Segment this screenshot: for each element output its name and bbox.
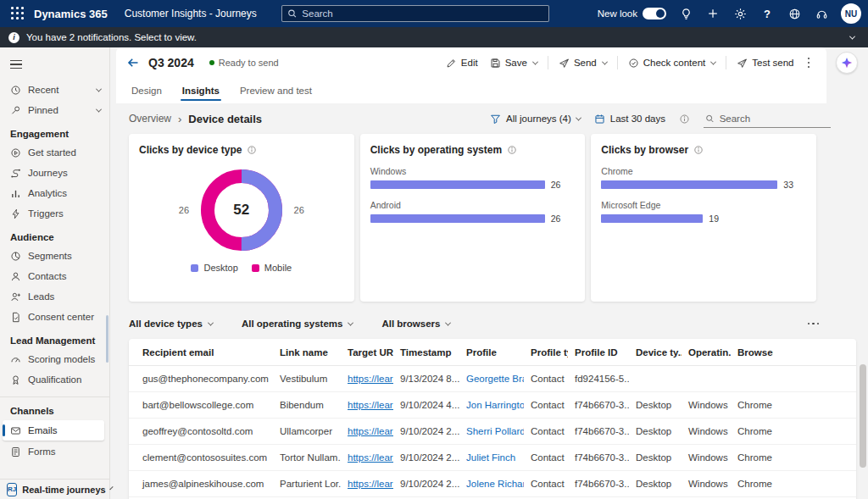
info-icon[interactable] <box>693 145 704 155</box>
new-look-toggle[interactable] <box>643 8 666 19</box>
collapse-sitemap-button[interactable] <box>7 54 32 75</box>
sidebar-item-qualification[interactable]: Qualification <box>0 369 109 390</box>
column-header-operating-system[interactable]: Operatin... <box>682 339 731 366</box>
target-url-link[interactable]: https://lear... <box>341 392 393 419</box>
sidebar-item-consent-center[interactable]: Consent center <box>0 307 109 327</box>
column-header-link-name[interactable]: Link name <box>273 339 341 366</box>
target-url-link[interactable]: https://lear... <box>341 445 393 471</box>
notification-bar[interactable]: i You have 2 notifications. Select to vi… <box>0 27 868 47</box>
back-button[interactable] <box>126 56 140 69</box>
target-url-link[interactable]: https://lear... <box>341 419 393 445</box>
column-header-profile-id[interactable]: Profile ID <box>568 339 629 366</box>
info-icon[interactable] <box>507 145 517 155</box>
more-commands-button[interactable] <box>801 54 817 72</box>
copilot-button[interactable] <box>836 52 858 74</box>
sidebar-item-scoring-models[interactable]: Scoring models <box>0 349 109 369</box>
user-avatar[interactable]: NU <box>841 3 861 24</box>
chevron-down-icon[interactable] <box>849 33 855 39</box>
tab-insights[interactable]: Insights <box>181 80 221 103</box>
feedback-globe-icon[interactable] <box>787 6 802 21</box>
legend-desktop[interactable]: Desktop <box>191 263 237 273</box>
sidebar-item-emails[interactable]: Emails <box>3 420 104 441</box>
scrollbar-thumb[interactable] <box>860 364 866 468</box>
save-button[interactable]: Save <box>485 54 542 72</box>
sidebar-item-forms[interactable]: Forms <box>0 441 109 462</box>
sidebar-item-pinned[interactable]: Pinned <box>0 100 109 120</box>
sidebar-item-label: Segments <box>28 251 72 261</box>
bar-fill[interactable] <box>601 214 703 223</box>
vertical-scrollbar[interactable] <box>860 346 866 499</box>
column-header-profile-type[interactable]: Profile ty... <box>524 339 568 366</box>
sidebar-item-analytics[interactable]: Analytics <box>0 183 109 203</box>
table-row[interactable]: gus@thephonecompany.com Vestibulum https… <box>129 366 856 392</box>
column-header-browser[interactable]: Browser <box>731 339 773 366</box>
sidebar-item-segments[interactable]: Segments <box>0 246 109 266</box>
brand-title[interactable]: Dynamics 365 <box>34 8 108 20</box>
global-search[interactable] <box>281 5 549 22</box>
sidebar-item-journeys[interactable]: Journeys <box>0 163 109 183</box>
insights-search[interactable] <box>704 109 831 128</box>
info-icon[interactable] <box>247 145 257 155</box>
bar-fill[interactable] <box>601 180 777 189</box>
sidebar-item-recent[interactable]: Recent <box>0 80 109 100</box>
bar-fill[interactable] <box>370 180 545 189</box>
sidebar-item-contacts[interactable]: Contacts <box>0 266 109 286</box>
sidebar-item-triggers[interactable]: Triggers <box>0 203 109 224</box>
table-filters-row: All device types All operating systems A… <box>129 319 822 329</box>
legend-mobile[interactable]: Mobile <box>252 263 292 273</box>
card-clicks-by-operating-system: Clicks by operating system Windows 26 An… <box>360 134 586 302</box>
sidebar-scrollbar-thumb[interactable] <box>106 315 108 363</box>
journey-filter-dropdown[interactable]: All journeys (4) <box>490 114 581 125</box>
check-content-button[interactable]: Check content <box>623 54 721 72</box>
column-header-recipient-email[interactable]: Recipient email <box>129 339 273 366</box>
column-header-profile[interactable]: Profile <box>459 339 524 366</box>
chevron-down-icon[interactable] <box>96 86 102 91</box>
edit-button[interactable]: Edit <box>441 54 483 72</box>
tab-design[interactable]: Design <box>130 80 164 103</box>
profile-link[interactable]: Jon Harrington <box>459 392 524 419</box>
target-url-link[interactable]: https://lear... <box>341 366 393 392</box>
lightbulb-icon[interactable] <box>678 6 693 21</box>
app-launcher-icon[interactable] <box>8 4 27 23</box>
table-row[interactable]: james@alpineskihouse.com Parturient Lor.… <box>129 471 856 497</box>
device-type-filter[interactable]: All device types <box>129 319 213 329</box>
info-icon[interactable] <box>679 114 690 125</box>
browser-filter[interactable]: All browsers <box>381 319 450 329</box>
table-row[interactable]: bart@bellowscollege.com Bibendum https:/… <box>129 392 856 419</box>
table-row[interactable]: clement@contososuites.com Tortor Nullam.… <box>129 445 856 471</box>
profile-link[interactable]: Sherri Pollard <box>459 419 524 445</box>
profile-link[interactable]: Georgette Bray <box>459 366 524 392</box>
global-search-input[interactable] <box>302 8 543 19</box>
chevron-down-icon[interactable] <box>710 58 716 64</box>
column-header-timestamp[interactable]: Timestamp <box>393 339 459 366</box>
insights-search-input[interactable] <box>720 114 829 124</box>
sidebar-item-get-started[interactable]: Get started <box>0 142 109 163</box>
date-range-dropdown[interactable]: Last 30 days <box>594 114 665 125</box>
sidebar-item-leads[interactable]: Leads <box>0 286 109 307</box>
send-button[interactable]: Send <box>554 54 612 72</box>
column-header-device-type[interactable]: Device ty... <box>629 339 682 366</box>
support-headset-icon[interactable] <box>814 6 829 21</box>
chevron-down-icon[interactable] <box>602 58 608 64</box>
sidebar-item-label: Consent center <box>28 312 94 322</box>
settings-gear-icon[interactable] <box>732 6 748 21</box>
help-icon[interactable]: ? <box>760 6 775 21</box>
journey-path-icon <box>10 168 21 179</box>
profile-link[interactable]: Jolene Richard <box>459 471 524 497</box>
chevron-down-icon <box>576 114 581 120</box>
table-row[interactable]: geoffrey@contosoltd.com Ullamcorper http… <box>129 419 856 445</box>
column-header-target-url[interactable]: Target URL <box>341 339 393 366</box>
table-more-options-button[interactable] <box>804 319 823 329</box>
breadcrumb-overview[interactable]: Overview <box>129 113 171 125</box>
app-name[interactable]: Customer Insights - Journeys <box>125 8 257 19</box>
area-switcher[interactable]: RJ Real-time journeys <box>0 479 109 499</box>
chevron-down-icon[interactable] <box>532 58 538 64</box>
bar-fill[interactable] <box>370 214 545 223</box>
target-url-link[interactable]: https://lear... <box>341 471 393 497</box>
profile-link[interactable]: Juliet Finch <box>459 445 524 471</box>
operating-system-filter[interactable]: All operating systems <box>242 319 353 329</box>
tab-preview-and-test[interactable]: Preview and test <box>238 80 314 103</box>
quick-create-icon[interactable] <box>705 6 721 21</box>
test-send-button[interactable]: Test send <box>732 54 798 72</box>
chevron-down-icon[interactable] <box>96 106 102 112</box>
